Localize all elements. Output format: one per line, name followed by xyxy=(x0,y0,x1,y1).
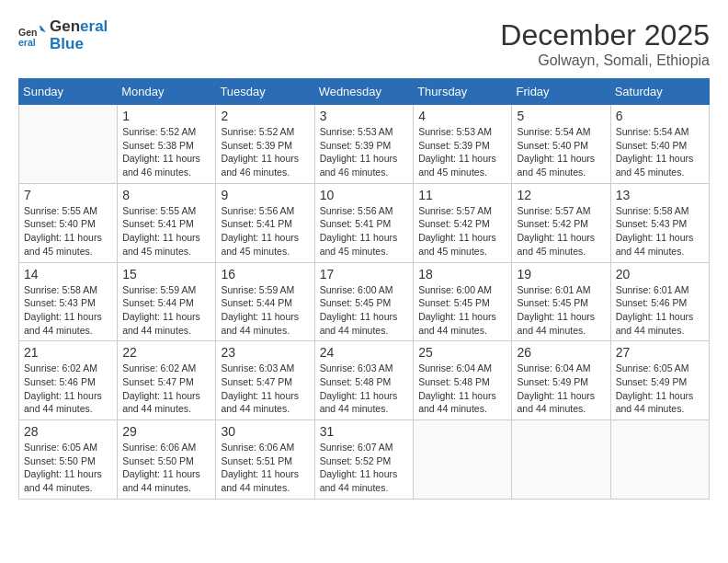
calendar-cell: 16Sunrise: 5:59 AM Sunset: 5:44 PM Dayli… xyxy=(216,262,314,341)
logo-icon: Gen eral xyxy=(18,22,46,50)
day-info: Sunrise: 5:56 AM Sunset: 5:41 PM Dayligh… xyxy=(221,204,309,259)
weekday-header-friday: Friday xyxy=(512,79,610,105)
day-info: Sunrise: 6:05 AM Sunset: 5:50 PM Dayligh… xyxy=(24,441,112,495)
day-info: Sunrise: 6:00 AM Sunset: 5:45 PM Dayligh… xyxy=(418,283,506,338)
day-number: 24 xyxy=(320,345,409,360)
day-number: 9 xyxy=(221,188,309,202)
day-number: 21 xyxy=(24,345,112,360)
weekday-header-row: SundayMondayTuesdayWednesdayThursdayFrid… xyxy=(19,79,710,105)
calendar-cell: 30Sunrise: 6:06 AM Sunset: 5:51 PM Dayli… xyxy=(216,420,314,500)
day-info: Sunrise: 5:58 AM Sunset: 5:43 PM Dayligh… xyxy=(616,204,704,259)
day-info: Sunrise: 5:57 AM Sunset: 5:42 PM Dayligh… xyxy=(418,204,506,259)
day-number: 25 xyxy=(418,345,506,360)
calendar-cell: 4Sunrise: 5:53 AM Sunset: 5:39 PM Daylig… xyxy=(414,105,512,184)
day-info: Sunrise: 5:55 AM Sunset: 5:41 PM Dayligh… xyxy=(122,204,210,259)
day-number: 20 xyxy=(616,267,704,282)
day-number: 13 xyxy=(616,188,704,202)
day-info: Sunrise: 6:01 AM Sunset: 5:45 PM Dayligh… xyxy=(517,283,605,338)
calendar-cell: 3Sunrise: 5:53 AM Sunset: 5:39 PM Daylig… xyxy=(314,105,414,184)
day-info: Sunrise: 5:52 AM Sunset: 5:39 PM Dayligh… xyxy=(221,125,309,179)
month-title: December 2025 xyxy=(500,18,710,52)
day-number: 17 xyxy=(320,267,409,282)
day-info: Sunrise: 6:04 AM Sunset: 5:49 PM Dayligh… xyxy=(517,362,605,416)
calendar-table: SundayMondayTuesdayWednesdayThursdayFrid… xyxy=(18,78,710,500)
calendar-cell: 21Sunrise: 6:02 AM Sunset: 5:46 PM Dayli… xyxy=(19,341,118,420)
calendar-cell: 6Sunrise: 5:54 AM Sunset: 5:40 PM Daylig… xyxy=(610,105,709,184)
calendar-week-row: 21Sunrise: 6:02 AM Sunset: 5:46 PM Dayli… xyxy=(19,341,710,420)
day-number: 4 xyxy=(418,109,506,123)
calendar-cell: 8Sunrise: 5:55 AM Sunset: 5:41 PM Daylig… xyxy=(118,183,216,262)
calendar-cell: 25Sunrise: 6:04 AM Sunset: 5:48 PM Dayli… xyxy=(414,341,512,420)
calendar-cell: 2Sunrise: 5:52 AM Sunset: 5:39 PM Daylig… xyxy=(216,105,314,184)
day-info: Sunrise: 6:06 AM Sunset: 5:51 PM Dayligh… xyxy=(221,441,309,495)
day-number: 26 xyxy=(517,345,605,360)
day-number: 29 xyxy=(122,424,210,439)
title-block: December 2025 Golwayn, Somali, Ethiopia xyxy=(500,18,710,69)
calendar-cell: 18Sunrise: 6:00 AM Sunset: 5:45 PM Dayli… xyxy=(414,262,512,341)
day-info: Sunrise: 6:01 AM Sunset: 5:46 PM Dayligh… xyxy=(616,283,704,338)
day-number: 28 xyxy=(24,424,112,439)
calendar-week-row: 7Sunrise: 5:55 AM Sunset: 5:40 PM Daylig… xyxy=(19,183,710,262)
calendar-cell: 23Sunrise: 6:03 AM Sunset: 5:47 PM Dayli… xyxy=(216,341,314,420)
day-number: 8 xyxy=(122,188,210,202)
calendar-cell: 10Sunrise: 5:56 AM Sunset: 5:41 PM Dayli… xyxy=(314,183,414,262)
calendar-cell: 1Sunrise: 5:52 AM Sunset: 5:38 PM Daylig… xyxy=(118,105,216,184)
day-number: 10 xyxy=(320,188,409,202)
weekday-header-tuesday: Tuesday xyxy=(216,79,314,105)
day-number: 30 xyxy=(221,424,309,439)
logo-line1: General xyxy=(50,18,108,36)
svg-text:eral: eral xyxy=(18,37,36,48)
calendar-cell: 5Sunrise: 5:54 AM Sunset: 5:40 PM Daylig… xyxy=(512,105,610,184)
weekday-header-sunday: Sunday xyxy=(19,79,118,105)
day-info: Sunrise: 6:03 AM Sunset: 5:48 PM Dayligh… xyxy=(320,362,409,416)
page-header: Gen eral General Blue December 2025 Golw… xyxy=(18,18,710,69)
weekday-header-monday: Monday xyxy=(118,79,216,105)
calendar-cell: 20Sunrise: 6:01 AM Sunset: 5:46 PM Dayli… xyxy=(610,262,709,341)
calendar-cell: 9Sunrise: 5:56 AM Sunset: 5:41 PM Daylig… xyxy=(216,183,314,262)
day-info: Sunrise: 6:06 AM Sunset: 5:50 PM Dayligh… xyxy=(122,441,210,495)
calendar-cell xyxy=(414,420,512,500)
day-info: Sunrise: 5:53 AM Sunset: 5:39 PM Dayligh… xyxy=(418,125,506,179)
calendar-cell: 19Sunrise: 6:01 AM Sunset: 5:45 PM Dayli… xyxy=(512,262,610,341)
weekday-header-wednesday: Wednesday xyxy=(314,79,414,105)
day-number: 31 xyxy=(320,424,409,439)
day-number: 23 xyxy=(221,345,309,360)
weekday-header-saturday: Saturday xyxy=(610,79,709,105)
calendar-cell xyxy=(19,105,118,184)
logo: Gen eral General Blue xyxy=(18,18,108,52)
day-info: Sunrise: 5:55 AM Sunset: 5:40 PM Dayligh… xyxy=(24,204,112,259)
calendar-week-row: 28Sunrise: 6:05 AM Sunset: 5:50 PM Dayli… xyxy=(19,420,710,500)
calendar-cell: 12Sunrise: 5:57 AM Sunset: 5:42 PM Dayli… xyxy=(512,183,610,262)
calendar-cell xyxy=(610,420,709,500)
calendar-cell: 28Sunrise: 6:05 AM Sunset: 5:50 PM Dayli… xyxy=(19,420,118,500)
day-number: 18 xyxy=(418,267,506,282)
calendar-week-row: 14Sunrise: 5:58 AM Sunset: 5:43 PM Dayli… xyxy=(19,262,710,341)
day-number: 2 xyxy=(221,109,309,123)
day-number: 6 xyxy=(616,109,704,123)
calendar-cell: 27Sunrise: 6:05 AM Sunset: 5:49 PM Dayli… xyxy=(610,341,709,420)
day-number: 14 xyxy=(24,267,112,282)
day-number: 12 xyxy=(517,188,605,202)
calendar-week-row: 1Sunrise: 5:52 AM Sunset: 5:38 PM Daylig… xyxy=(19,105,710,184)
day-info: Sunrise: 5:52 AM Sunset: 5:38 PM Dayligh… xyxy=(122,125,210,179)
day-info: Sunrise: 5:59 AM Sunset: 5:44 PM Dayligh… xyxy=(122,283,210,338)
calendar-cell: 17Sunrise: 6:00 AM Sunset: 5:45 PM Dayli… xyxy=(314,262,414,341)
location-subtitle: Golwayn, Somali, Ethiopia xyxy=(500,52,710,69)
day-number: 22 xyxy=(122,345,210,360)
calendar-cell xyxy=(512,420,610,500)
day-number: 27 xyxy=(616,345,704,360)
day-number: 16 xyxy=(221,267,309,282)
day-info: Sunrise: 5:59 AM Sunset: 5:44 PM Dayligh… xyxy=(221,283,309,338)
day-info: Sunrise: 6:04 AM Sunset: 5:48 PM Dayligh… xyxy=(418,362,506,416)
calendar-cell: 31Sunrise: 6:07 AM Sunset: 5:52 PM Dayli… xyxy=(314,420,414,500)
day-number: 3 xyxy=(320,109,409,123)
day-info: Sunrise: 6:03 AM Sunset: 5:47 PM Dayligh… xyxy=(221,362,309,416)
day-number: 1 xyxy=(122,109,210,123)
calendar-cell: 14Sunrise: 5:58 AM Sunset: 5:43 PM Dayli… xyxy=(19,262,118,341)
calendar-cell: 24Sunrise: 6:03 AM Sunset: 5:48 PM Dayli… xyxy=(314,341,414,420)
day-number: 5 xyxy=(517,109,605,123)
calendar-cell: 11Sunrise: 5:57 AM Sunset: 5:42 PM Dayli… xyxy=(414,183,512,262)
logo-line2: Blue xyxy=(50,36,108,53)
day-info: Sunrise: 5:57 AM Sunset: 5:42 PM Dayligh… xyxy=(517,204,605,259)
day-info: Sunrise: 5:53 AM Sunset: 5:39 PM Dayligh… xyxy=(320,125,409,179)
